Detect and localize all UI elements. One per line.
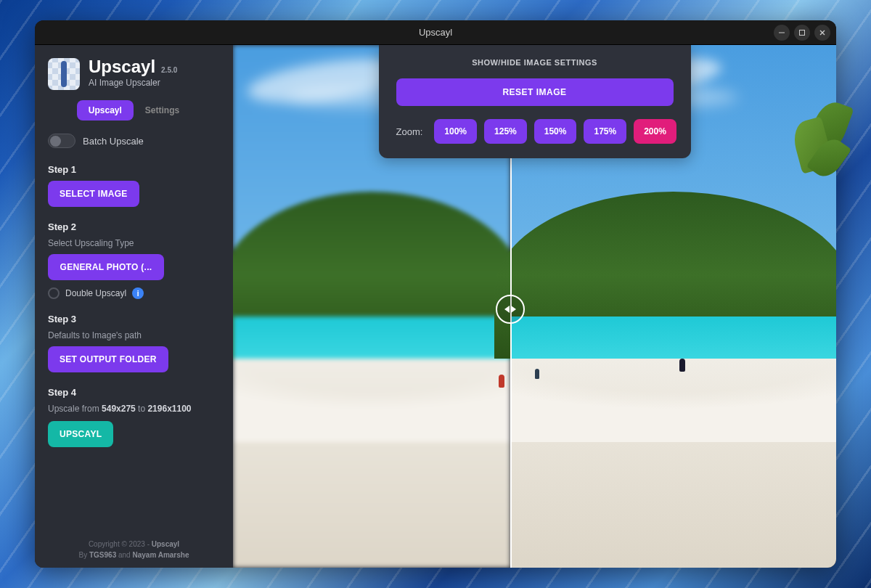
maximize-icon [798, 28, 806, 37]
close-icon [818, 28, 827, 37]
close-button[interactable] [814, 25, 830, 41]
zoom-150[interactable]: 150% [534, 119, 577, 144]
window-controls [774, 25, 830, 41]
app-name: Upscayl [89, 58, 155, 75]
sidebar-tabs: Upscayl Settings [48, 100, 220, 121]
person-figure [499, 375, 504, 388]
zoom-controls: Zoom: 100%125%150%175%200% [396, 119, 674, 144]
sidebar: Upscayl 2.5.0 AI Image Upscaler Upscayl … [35, 45, 233, 568]
double-upscayl-label: Double Upscayl [65, 288, 126, 298]
person-figure [535, 369, 539, 379]
comparison-handle[interactable] [496, 295, 525, 324]
batch-upscale-row: Batch Upscale [48, 134, 220, 148]
step-4-title: Step 4 [48, 387, 220, 398]
target-dimensions: 2196x1100 [147, 404, 191, 414]
zoom-175[interactable]: 175% [584, 119, 626, 144]
maximize-button[interactable] [794, 25, 810, 41]
source-dimensions: 549x275 [102, 404, 136, 414]
app-tagline: AI Image Upscaler [89, 78, 177, 88]
set-output-folder-button[interactable]: SET OUTPUT FOLDER [48, 346, 168, 372]
minimize-button[interactable] [774, 25, 790, 41]
step-2-title: Step 2 [48, 221, 220, 232]
zoom-200[interactable]: 200% [634, 119, 676, 144]
upscayl-button[interactable]: UPSCAYL [48, 421, 113, 447]
image-preview-area: SHOW/HIDE IMAGE SETTINGS RESET IMAGE Zoo… [233, 45, 836, 568]
double-upscayl-row: Double Upscayl i [48, 287, 220, 299]
app-body: Upscayl 2.5.0 AI Image Upscaler Upscayl … [35, 45, 836, 568]
window-title: Upscayl [419, 27, 452, 38]
decorative-leaf [788, 102, 846, 189]
step-3: Step 3 Defaults to Image's path SET OUTP… [48, 314, 220, 372]
upscaling-type-select[interactable]: GENERAL PHOTO (... [48, 254, 164, 280]
step-1-title: Step 1 [48, 164, 220, 175]
app-logo-icon [48, 58, 80, 90]
select-image-button[interactable]: SELECT IMAGE [48, 181, 139, 207]
app-window: Upscayl Upscayl 2.5.0 AI Ima [35, 20, 836, 568]
double-upscayl-checkbox[interactable] [48, 287, 60, 299]
zoom-100[interactable]: 100% [434, 119, 477, 144]
svg-rect-0 [779, 32, 785, 33]
step-3-subtitle: Defaults to Image's path [48, 330, 220, 340]
titlebar[interactable]: Upscayl [35, 20, 836, 45]
zoom-125[interactable]: 125% [484, 119, 527, 144]
reset-image-button[interactable]: RESET IMAGE [396, 78, 674, 106]
tab-settings[interactable]: Settings [134, 100, 191, 121]
step-3-title: Step 3 [48, 314, 220, 324]
batch-upscale-label: Batch Upscale [83, 136, 144, 147]
tab-upscayl[interactable]: Upscayl [77, 100, 134, 121]
app-version: 2.5.0 [161, 66, 177, 74]
info-icon[interactable]: i [132, 287, 144, 299]
step-1: Step 1 SELECT IMAGE [48, 164, 220, 207]
batch-upscale-toggle[interactable] [48, 134, 75, 148]
settings-panel-title[interactable]: SHOW/HIDE IMAGE SETTINGS [396, 58, 674, 67]
step-2: Step 2 Select Upscaling Type GENERAL PHO… [48, 221, 220, 299]
app-header: Upscayl 2.5.0 AI Image Upscaler [48, 58, 220, 90]
step-4: Step 4 Upscale from 549x275 to 2196x1100… [48, 387, 220, 447]
upscale-dimensions: Upscale from 549x275 to 2196x1100 [48, 404, 220, 414]
sidebar-footer: Copyright © 2023 - Upscayl By TGS963 and… [48, 539, 220, 560]
image-settings-panel: SHOW/HIDE IMAGE SETTINGS RESET IMAGE Zoo… [379, 45, 691, 158]
svg-rect-1 [800, 30, 805, 35]
zoom-label: Zoom: [396, 126, 423, 137]
person-figure [679, 359, 685, 372]
step-2-subtitle: Select Upscaling Type [48, 238, 220, 248]
minimize-icon [777, 28, 786, 37]
